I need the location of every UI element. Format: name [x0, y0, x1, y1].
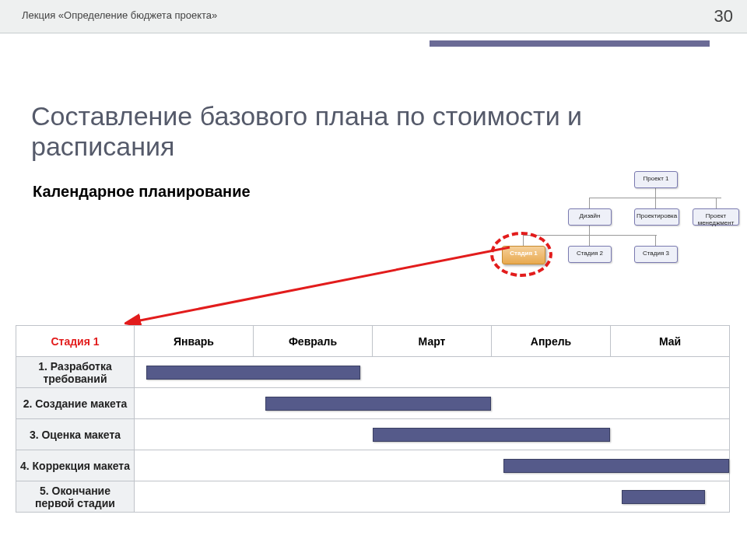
gantt-bar	[622, 490, 705, 504]
gantt-row-label: 3. Оценка макета	[16, 419, 135, 450]
gantt-row: 3. Оценка макета	[16, 419, 730, 450]
gantt-stage-header: Стадия 1	[16, 326, 135, 357]
accent-bar	[430, 40, 710, 47]
breadcrumb: Лекция «Определение бюджета проекта»	[22, 9, 217, 21]
gantt-row: 2. Создание макета	[16, 388, 730, 419]
gantt-bar	[265, 397, 491, 411]
gantt-cell	[135, 481, 730, 513]
gantt-month-header: Март	[373, 326, 492, 357]
gantt-month-header: Январь	[135, 326, 254, 357]
gantt-month-header: Апрель	[492, 326, 611, 357]
gantt-cell	[135, 450, 730, 481]
gantt-bar	[146, 366, 360, 380]
gantt-table: Стадия 1 Январь Февраль Март Апрель Май …	[16, 325, 730, 513]
gantt-bar	[373, 428, 611, 442]
gantt-row: 5. Окончание первой стадии	[16, 481, 730, 513]
org-node: Дизайн	[568, 208, 612, 226]
arrow-icon	[124, 240, 521, 333]
gantt-row: 4. Коррекция макета	[16, 450, 730, 481]
gantt-row: 1. Разработка требований	[16, 357, 730, 388]
gantt-cell	[135, 419, 730, 450]
divider	[0, 33, 747, 33]
org-node: Проектировка	[634, 208, 679, 226]
org-node: Стадия 3	[634, 246, 678, 263]
gantt-row-label: 5. Окончание первой стадии	[16, 481, 135, 513]
highlight-circle	[490, 232, 552, 277]
gantt-row-label: 4. Коррекция макета	[16, 450, 135, 481]
gantt-month-header: Май	[611, 326, 730, 357]
subtitle: Календарное планирование	[33, 183, 251, 201]
gantt-bar	[503, 459, 729, 473]
page-title: Составление базового плана по стоимости …	[31, 101, 669, 162]
org-node: Стадия 2	[568, 246, 612, 263]
gantt-cell	[135, 388, 730, 419]
org-chart: Проект 1 Дизайн Проектировка Проект мене…	[475, 171, 731, 296]
gantt-row-label: 2. Создание макета	[16, 388, 135, 419]
gantt-row-label: 1. Разработка требований	[16, 357, 135, 388]
org-node-root: Проект 1	[634, 171, 678, 188]
svg-line-0	[136, 247, 510, 321]
org-node: Проект менеджмент	[693, 208, 739, 226]
page-number: 30	[714, 6, 733, 26]
gantt-cell	[135, 357, 730, 388]
gantt-month-header: Февраль	[254, 326, 373, 357]
